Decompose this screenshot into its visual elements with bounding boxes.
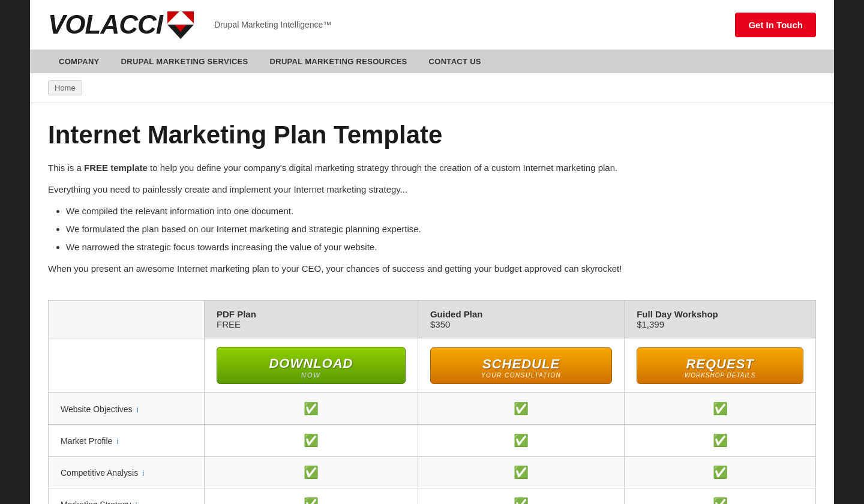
download-button[interactable]: DOWNLOAD NOW	[217, 347, 406, 384]
volacci-logo: VOLACCI	[48, 9, 196, 40]
guided-plan-price: $350	[430, 319, 450, 329]
check-icon: ✅	[713, 434, 728, 447]
table-cell-marketing-strategy: Marketing Strategy i	[49, 488, 205, 504]
workshop-price: $1,399	[637, 319, 664, 329]
check-icon: ✅	[514, 497, 529, 504]
nav-item-drupal-services[interactable]: DRUPAL MARKETING SERVICES	[110, 50, 259, 73]
nav-item-contact[interactable]: CONTACT US	[418, 50, 492, 73]
check-icon: ✅	[713, 466, 728, 479]
table-header-pdf: PDF Plan FREE	[205, 301, 418, 338]
table-cell-website-objectives: Website Objectives i	[49, 393, 205, 425]
table-header-workshop: Full Day Workshop $1,399	[625, 301, 816, 338]
svg-marker-0	[167, 11, 179, 23]
check-icon: ✅	[713, 497, 728, 504]
breadcrumb-home[interactable]: Home	[48, 80, 82, 95]
closing-text: When you present an awesome Internet mar…	[48, 262, 816, 276]
check-icon: ✅	[514, 434, 529, 447]
feature-label: Website Objectives	[61, 404, 133, 414]
check-icon: ✅	[514, 402, 529, 415]
table-cell-request: REQUEST WORKSHOP DETAILS	[625, 338, 816, 393]
table-cell-download: DOWNLOAD NOW	[205, 338, 418, 393]
schedule-button[interactable]: SCHEDULE YOUR CONSULTATION	[430, 347, 612, 384]
intro-bold: FREE template	[84, 163, 148, 173]
intro-prefix: This is a	[48, 163, 84, 173]
table-row-cta: DOWNLOAD NOW SCHEDULE YOUR CONSULTATION …	[49, 338, 816, 393]
table-header-feature	[49, 301, 205, 338]
table-cell-check: ✅	[418, 393, 624, 425]
table-cell-check: ✅	[205, 393, 418, 425]
table-cell-check: ✅	[625, 488, 816, 504]
table-cell-check: ✅	[418, 488, 624, 504]
check-icon: ✅	[304, 434, 319, 447]
check-icon: ✅	[713, 402, 728, 415]
logo-area: VOLACCI Drupal Marketing Intelligence™	[48, 9, 331, 40]
table-cell-check: ✅	[205, 425, 418, 457]
table-row: Marketing Strategy i ✅ ✅ ✅	[49, 488, 816, 504]
table-cell-check: ✅	[205, 488, 418, 504]
feature-info-icon[interactable]: i	[137, 405, 139, 414]
download-sub-text: NOW	[223, 371, 399, 379]
schedule-main-text: SCHEDULE	[437, 356, 605, 372]
bullet-item-1: We compiled the relevant information int…	[66, 204, 816, 218]
nav-item-drupal-resources[interactable]: DRUPAL MARKETING RESOURCES	[259, 50, 418, 73]
check-icon: ✅	[304, 402, 319, 415]
logo-brand-text: VOLACCI	[48, 10, 163, 40]
request-main-text: REQUEST	[643, 356, 797, 372]
guided-plan-label: Guided Plan	[430, 309, 483, 319]
table-row: Market Profile i ✅ ✅ ✅	[49, 425, 816, 457]
table-cell-check: ✅	[418, 457, 624, 488]
feature-info-icon[interactable]: i	[136, 500, 137, 504]
feature-info-icon[interactable]: i	[117, 437, 119, 446]
download-main-text: DOWNLOAD	[223, 356, 399, 371]
logo-arrows-icon	[165, 9, 196, 40]
table-cell-check: ✅	[625, 393, 816, 425]
table-cell-market-profile: Market Profile i	[49, 425, 205, 457]
table-cell-check: ✅	[625, 457, 816, 488]
feature-info-icon[interactable]: i	[142, 469, 144, 478]
svg-marker-1	[182, 11, 194, 23]
breadcrumb: Home	[30, 73, 834, 103]
table-cell-schedule: SCHEDULE YOUR CONSULTATION	[418, 338, 624, 393]
intro-suffix: to help you define your company's digita…	[148, 163, 617, 173]
table-cell-check: ✅	[205, 457, 418, 488]
logo-tagline: Drupal Marketing Intelligence™	[214, 20, 331, 29]
bullet-list: We compiled the relevant information int…	[66, 204, 816, 254]
intro-paragraph-2: Everything you need to painlessly create…	[48, 182, 816, 197]
bullet-item-3: We narrowed the strategic focus towards …	[66, 240, 816, 254]
pricing-table: PDF Plan FREE Guided Plan $350 Full Day …	[48, 300, 816, 504]
header: VOLACCI Drupal Marketing Intelligence™	[30, 0, 834, 50]
request-button[interactable]: REQUEST WORKSHOP DETAILS	[637, 347, 803, 384]
check-icon: ✅	[304, 466, 319, 479]
check-icon: ✅	[514, 466, 529, 479]
nav-bar: COMPANY DRUPAL MARKETING SERVICES DRUPAL…	[30, 50, 834, 73]
intro-paragraph-1: This is a FREE template to help you defi…	[48, 161, 816, 175]
page-title: Internet Marketing Plan Template	[48, 121, 816, 149]
schedule-sub-text: YOUR CONSULTATION	[437, 372, 605, 379]
workshop-label: Full Day Workshop	[637, 309, 718, 319]
table-cell-check: ✅	[418, 425, 624, 457]
main-content: Internet Marketing Plan Template This is…	[30, 103, 834, 504]
bullet-item-2: We formulated the plan based on our Inte…	[66, 222, 816, 236]
nav-item-company[interactable]: COMPANY	[48, 50, 110, 73]
table-cell-empty	[49, 338, 205, 393]
pdf-plan-label: PDF Plan	[217, 309, 256, 319]
check-icon: ✅	[304, 497, 319, 504]
feature-label: Competitive Analysis	[61, 468, 138, 478]
table-row: Website Objectives i ✅ ✅ ✅	[49, 393, 816, 425]
request-sub-text: WORKSHOP DETAILS	[643, 372, 797, 379]
table-header-guided: Guided Plan $350	[418, 301, 624, 338]
feature-label: Marketing Strategy	[61, 500, 131, 504]
pdf-plan-price: FREE	[217, 319, 241, 329]
feature-label: Market Profile	[61, 436, 112, 446]
table-cell-check: ✅	[625, 425, 816, 457]
get-in-touch-button[interactable]: Get In Touch	[735, 13, 816, 37]
table-row: Competitive Analysis i ✅ ✅ ✅	[49, 457, 816, 488]
table-cell-competitive-analysis: Competitive Analysis i	[49, 457, 205, 488]
